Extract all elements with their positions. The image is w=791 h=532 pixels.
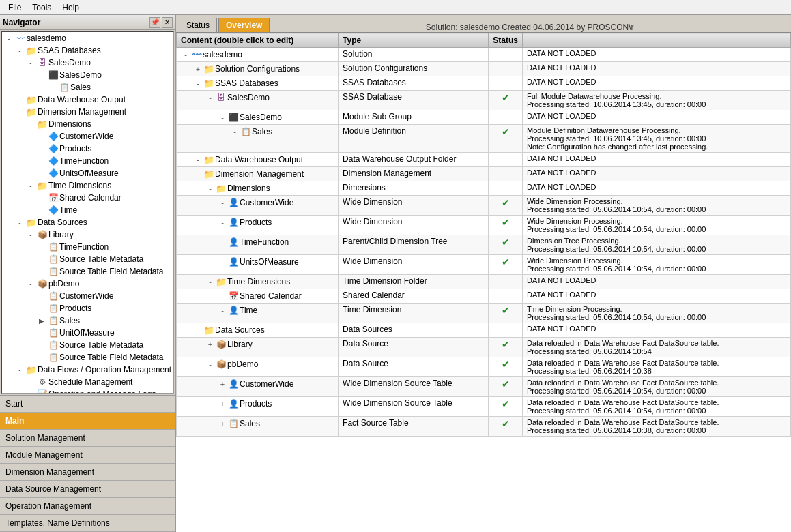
tree-item-source-table-meta2[interactable]: 📋 Source Table Metadata	[2, 339, 173, 351]
tree-item-salesdemo-db[interactable]: - 🗄 SalesDemo	[2, 57, 173, 69]
tree-item-sales-leaf[interactable]: 📋 Sales	[2, 81, 173, 93]
tree-item-unitsofmeasure[interactable]: 🔷 UnitsOfMeasure	[2, 167, 173, 179]
table-row[interactable]: - 🗄 SalesDemo SSAS Database✔Full Module …	[177, 91, 791, 110]
bottom-nav-item-dimension-mgmt[interactable]: Dimension Management	[0, 464, 175, 481]
tree-item-sales2[interactable]: ▶ 📋 Sales	[2, 314, 173, 327]
tree-item-op-logs[interactable]: 📝 Operation and Message Logs	[2, 388, 173, 394]
table-row[interactable]: - 📋 Sales Module Definition✔Module Defin…	[177, 125, 791, 153]
row-toggle[interactable]: -	[205, 184, 215, 192]
tree-item-salesdemo[interactable]: - 〰 salesdemo	[2, 32, 173, 44]
tree-item-ssas-databases[interactable]: - 📁 SSAS Databases	[2, 44, 173, 57]
row-toggle[interactable]: -	[218, 198, 227, 207]
row-toggle[interactable]: -	[193, 326, 203, 334]
row-toggle[interactable]: -	[218, 113, 227, 121]
bottom-nav-item-start[interactable]: Start	[0, 396, 175, 413]
bottom-nav-item-module-mgmt[interactable]: Module Management	[0, 447, 175, 464]
tree-item-source-table-field-meta[interactable]: 📋 Source Table Field Metadata	[2, 265, 173, 278]
table-row[interactable]: - 📁 Dimension Management Dimension Manag…	[177, 167, 791, 181]
table-row[interactable]: + 📋 Sales Fact Source Table✔Data reloade…	[177, 417, 791, 437]
table-row[interactable]: - 📦 pbDemo Data Source✔Data reloaded in …	[177, 357, 791, 377]
tree-toggle: -	[25, 121, 36, 128]
tree-item-customerwide2[interactable]: 📋 CustomerWide	[2, 290, 173, 302]
tree-item-shared-calendar[interactable]: 📅 Shared Calendar	[2, 192, 173, 204]
table-row[interactable]: - 👤 CustomerWide Wide Dimension✔Wide Dim…	[177, 196, 791, 216]
status-cell: ✔	[489, 255, 523, 275]
row-toggle[interactable]: +	[218, 419, 227, 428]
tree-item-time-dimensions[interactable]: - 📁 Time Dimensions	[2, 179, 173, 192]
row-toggle[interactable]: -	[205, 360, 215, 368]
tree-item-salesdemo-sub[interactable]: - ⬛ SalesDemo	[2, 69, 173, 81]
row-toggle[interactable]: -	[205, 93, 215, 102]
tree-item-pbdemo[interactable]: - 📦 pbDemo	[2, 278, 173, 290]
tab-bar: StatusOverviewSolution: salesdemo Create…	[176, 15, 791, 33]
table-row[interactable]: - 👤 UnitsOfMeasure Wide Dimension✔Wide D…	[177, 255, 791, 275]
row-toggle[interactable]: +	[218, 380, 227, 388]
row-toggle[interactable]: -	[181, 50, 190, 59]
bottom-nav-item-main[interactable]: Main	[0, 413, 175, 430]
nav-close-button[interactable]: ✕	[162, 17, 173, 28]
tree-item-dataflows[interactable]: - 📁 Data Flows / Operation Management	[2, 364, 173, 376]
table-row[interactable]: - 📁 Data Warehouse Output Data Warehouse…	[177, 153, 791, 167]
table-row[interactable]: + 👤 CustomerWide Wide Dimension Source T…	[177, 377, 791, 397]
nav-pin-button[interactable]: 📌	[149, 17, 160, 28]
tree-item-products-tree[interactable]: 🔷 Products	[2, 143, 173, 155]
tree-item-library[interactable]: - 📦 Library	[2, 228, 173, 241]
table-row[interactable]: - 📁 Dimensions DimensionsDATA NOT LOADED	[177, 181, 791, 196]
row-toggle[interactable]: -	[193, 79, 203, 87]
tree-item-timefunction[interactable]: 🔷 TimeFunction	[2, 155, 173, 167]
table-row[interactable]: - 〰 salesdemo SolutionDATA NOT LOADED	[177, 48, 791, 62]
table-row[interactable]: - 📁 Data Sources Data SourcesDATA NOT LO…	[177, 323, 791, 338]
tree-item-source-table-meta[interactable]: 📋 Source Table Metadata	[2, 253, 173, 265]
tree-container[interactable]: - 〰 salesdemo - 📁 SSAS Databases - 🗄 Sal…	[1, 31, 174, 394]
row-toggle[interactable]: -	[218, 306, 227, 314]
tree-item-products2[interactable]: 📋 Products	[2, 302, 173, 314]
row-toggle[interactable]: +	[193, 65, 203, 73]
row-toggle[interactable]: -	[193, 156, 203, 164]
tree-icon-table-green: 📋	[47, 241, 59, 252]
row-toggle[interactable]: +	[205, 340, 215, 349]
table-row[interactable]: - 📁 Time Dimensions Time Dimension Folde…	[177, 275, 791, 289]
row-toggle[interactable]: -	[193, 170, 203, 178]
tree-item-unitsofmeasure2[interactable]: 📋 UnitOfMeasure	[2, 327, 173, 339]
menu-file[interactable]: File	[3, 1, 27, 14]
table-row[interactable]: - 📁 SSAS Databases SSAS DatabasesDATA NO…	[177, 76, 791, 91]
tree-item-dim-mgmt[interactable]: - 📁 Dimension Management	[2, 106, 173, 118]
table-row[interactable]: - 👤 Time Time Dimension✔Time Dimension P…	[177, 304, 791, 323]
tab-overview[interactable]: Overview	[218, 18, 270, 32]
tree-item-time-leaf[interactable]: 🔷 Time	[2, 204, 173, 216]
tree-item-schedule-mgmt[interactable]: ⚙ Schedule Management	[2, 376, 173, 388]
row-toggle[interactable]: -	[218, 292, 227, 300]
row-icon-folder: 📁	[203, 168, 215, 179]
row-toggle[interactable]: -	[218, 218, 227, 226]
row-toggle[interactable]: +	[218, 400, 227, 408]
row-toggle[interactable]: -	[205, 278, 215, 286]
bottom-nav-item-solution-mgmt[interactable]: Solution Management	[0, 430, 175, 447]
menu-tools[interactable]: Tools	[27, 1, 57, 14]
tree-item-customerwide[interactable]: 🔷 CustomerWide	[2, 130, 173, 143]
table-row[interactable]: + 📦 Library Data Source✔Data reloaded in…	[177, 338, 791, 357]
table-row[interactable]: - 📅 Shared Calendar Shared CalendarDATA …	[177, 289, 791, 304]
tree-item-dimensions[interactable]: - 📁 Dimensions	[2, 118, 173, 130]
table-row[interactable]: - ⬛ SalesDemo Module Sub GroupDATA NOT L…	[177, 110, 791, 125]
tree-label: salesdemo	[27, 33, 66, 43]
table-row[interactable]: + 👤 Products Wide Dimension Source Table…	[177, 397, 791, 417]
menu-help[interactable]: Help	[57, 1, 85, 14]
tree-label: SalesDemo	[59, 70, 102, 80]
tree-item-source-table-field-meta2[interactable]: 📋 Source Table Field Metadata	[2, 351, 173, 364]
tree-item-data-sources[interactable]: - 📁 Data Sources	[2, 216, 173, 228]
row-toggle[interactable]: -	[218, 258, 227, 266]
row-toggle[interactable]: -	[230, 128, 240, 136]
tree-item-dwh-output[interactable]: 📁 Data Warehouse Output	[2, 93, 173, 106]
overview-container[interactable]: Content (double click to edit)TypeStatus…	[176, 33, 791, 532]
row-toggle[interactable]: -	[218, 238, 227, 246]
bottom-nav-item-datasource-mgmt[interactable]: Data Source Management	[0, 481, 175, 498]
bottom-nav-item-templates[interactable]: Templates, Name Definitions	[0, 515, 175, 532]
table-row[interactable]: - 👤 Products Wide Dimension✔Wide Dimensi…	[177, 216, 791, 235]
table-row[interactable]: + 📁 Solution Configurations Solution Con…	[177, 62, 791, 76]
info-cell: DATA NOT LOADED	[523, 62, 791, 76]
table-row[interactable]: - 👤 TimeFunction Parent/Child Dimension …	[177, 235, 791, 255]
tab-status[interactable]: Status	[179, 18, 217, 32]
right-panel: StatusOverviewSolution: salesdemo Create…	[176, 15, 791, 532]
tree-item-timefunction2[interactable]: 📋 TimeFunction	[2, 241, 173, 253]
bottom-nav-item-operation-mgmt[interactable]: Operation Management	[0, 498, 175, 515]
